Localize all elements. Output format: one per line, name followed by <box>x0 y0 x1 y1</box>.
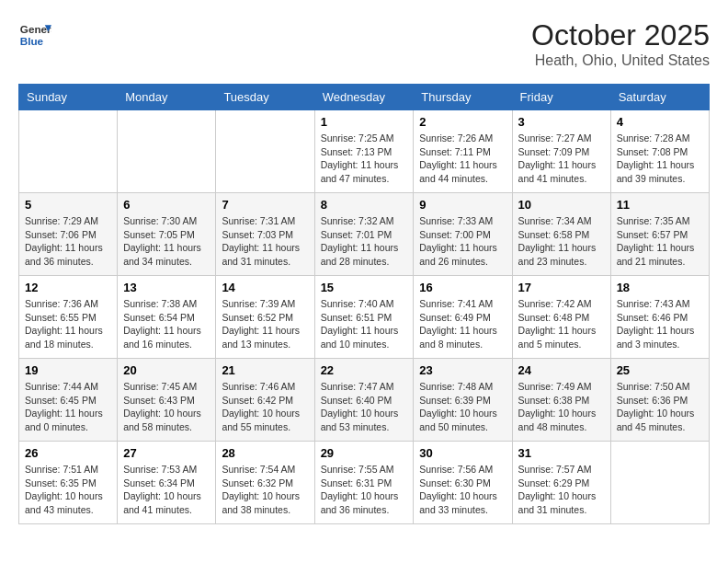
table-row: 17Sunrise: 7:42 AM Sunset: 6:48 PM Dayli… <box>512 276 610 359</box>
day-info: Sunrise: 7:29 AM Sunset: 7:06 PM Dayligh… <box>25 214 111 269</box>
day-info: Sunrise: 7:32 AM Sunset: 7:01 PM Dayligh… <box>321 214 408 269</box>
day-number: 24 <box>518 363 605 377</box>
table-row: 18Sunrise: 7:43 AM Sunset: 6:46 PM Dayli… <box>610 276 709 359</box>
table-row: 20Sunrise: 7:45 AM Sunset: 6:43 PM Dayli… <box>118 359 216 442</box>
day-info: Sunrise: 7:55 AM Sunset: 6:31 PM Dayligh… <box>321 463 408 517</box>
table-row: 4Sunrise: 7:28 AM Sunset: 7:08 PM Daylig… <box>610 110 709 193</box>
calendar-week-row: 12Sunrise: 7:36 AM Sunset: 6:55 PM Dayli… <box>19 276 710 359</box>
day-info: Sunrise: 7:47 AM Sunset: 6:40 PM Dayligh… <box>321 380 408 434</box>
day-number: 8 <box>321 198 408 212</box>
table-row: 2Sunrise: 7:26 AM Sunset: 7:11 PM Daylig… <box>414 110 512 193</box>
table-row <box>610 442 709 524</box>
day-number: 1 <box>321 115 408 129</box>
table-row: 15Sunrise: 7:40 AM Sunset: 6:51 PM Dayli… <box>314 276 414 359</box>
day-number: 4 <box>617 115 703 129</box>
day-number: 31 <box>518 446 605 460</box>
day-number: 18 <box>617 281 703 294</box>
calendar-week-row: 19Sunrise: 7:44 AM Sunset: 6:45 PM Dayli… <box>19 359 710 442</box>
day-info: Sunrise: 7:33 AM Sunset: 7:00 PM Dayligh… <box>419 214 506 269</box>
page-header: General Blue October 2025 Heath, Ohio, U… <box>18 18 710 69</box>
day-number: 25 <box>617 363 703 377</box>
day-info: Sunrise: 7:46 AM Sunset: 6:42 PM Dayligh… <box>222 380 308 434</box>
table-row: 27Sunrise: 7:53 AM Sunset: 6:34 PM Dayli… <box>118 442 216 524</box>
day-number: 26 <box>25 446 111 460</box>
day-number: 15 <box>321 281 408 294</box>
day-info: Sunrise: 7:50 AM Sunset: 6:36 PM Dayligh… <box>617 380 703 434</box>
table-row: 11Sunrise: 7:35 AM Sunset: 6:57 PM Dayli… <box>610 193 709 276</box>
day-info: Sunrise: 7:54 AM Sunset: 6:32 PM Dayligh… <box>222 463 308 517</box>
calendar-week-row: 26Sunrise: 7:51 AM Sunset: 6:35 PM Dayli… <box>19 442 710 524</box>
day-info: Sunrise: 7:44 AM Sunset: 6:45 PM Dayligh… <box>25 380 111 434</box>
day-number: 9 <box>419 198 506 212</box>
table-row <box>216 110 314 193</box>
day-info: Sunrise: 7:28 AM Sunset: 7:08 PM Dayligh… <box>617 132 703 186</box>
day-info: Sunrise: 7:45 AM Sunset: 6:43 PM Dayligh… <box>123 380 210 434</box>
day-info: Sunrise: 7:35 AM Sunset: 6:57 PM Dayligh… <box>617 214 703 269</box>
day-number: 28 <box>222 446 308 460</box>
day-number: 22 <box>321 363 408 377</box>
table-row: 7Sunrise: 7:31 AM Sunset: 7:03 PM Daylig… <box>216 193 314 276</box>
day-info: Sunrise: 7:30 AM Sunset: 7:05 PM Dayligh… <box>123 214 210 269</box>
table-row: 9Sunrise: 7:33 AM Sunset: 7:00 PM Daylig… <box>414 193 512 276</box>
day-info: Sunrise: 7:53 AM Sunset: 6:34 PM Dayligh… <box>123 463 210 517</box>
table-row: 12Sunrise: 7:36 AM Sunset: 6:55 PM Dayli… <box>19 276 118 359</box>
table-row: 5Sunrise: 7:29 AM Sunset: 7:06 PM Daylig… <box>19 193 118 276</box>
day-number: 5 <box>25 198 111 212</box>
day-info: Sunrise: 7:31 AM Sunset: 7:03 PM Dayligh… <box>222 214 308 269</box>
day-number: 20 <box>123 363 210 377</box>
day-number: 29 <box>321 446 408 460</box>
day-info: Sunrise: 7:38 AM Sunset: 6:54 PM Dayligh… <box>123 297 210 351</box>
table-row: 31Sunrise: 7:57 AM Sunset: 6:29 PM Dayli… <box>512 442 610 524</box>
day-info: Sunrise: 7:34 AM Sunset: 6:58 PM Dayligh… <box>518 214 605 269</box>
calendar-week-row: 5Sunrise: 7:29 AM Sunset: 7:06 PM Daylig… <box>19 193 710 276</box>
table-row: 26Sunrise: 7:51 AM Sunset: 6:35 PM Dayli… <box>19 442 118 524</box>
day-number: 17 <box>518 281 605 294</box>
logo-icon: General Blue <box>18 18 51 52</box>
day-number: 12 <box>25 281 111 294</box>
col-wednesday: Wednesday <box>314 85 414 110</box>
day-number: 21 <box>222 363 308 377</box>
table-row: 1Sunrise: 7:25 AM Sunset: 7:13 PM Daylig… <box>314 110 414 193</box>
table-row: 28Sunrise: 7:54 AM Sunset: 6:32 PM Dayli… <box>216 442 314 524</box>
day-info: Sunrise: 7:26 AM Sunset: 7:11 PM Dayligh… <box>419 132 506 186</box>
table-row: 13Sunrise: 7:38 AM Sunset: 6:54 PM Dayli… <box>118 276 216 359</box>
day-info: Sunrise: 7:39 AM Sunset: 6:52 PM Dayligh… <box>222 297 308 351</box>
col-friday: Friday <box>512 85 610 110</box>
table-row: 10Sunrise: 7:34 AM Sunset: 6:58 PM Dayli… <box>512 193 610 276</box>
title-block: October 2025 Heath, Ohio, United States <box>531 18 710 69</box>
day-number: 14 <box>222 281 308 294</box>
day-number: 27 <box>123 446 210 460</box>
table-row: 22Sunrise: 7:47 AM Sunset: 6:40 PM Dayli… <box>314 359 414 442</box>
day-info: Sunrise: 7:48 AM Sunset: 6:39 PM Dayligh… <box>419 380 506 434</box>
day-info: Sunrise: 7:40 AM Sunset: 6:51 PM Dayligh… <box>321 297 408 351</box>
col-sunday: Sunday <box>19 85 118 110</box>
table-row: 19Sunrise: 7:44 AM Sunset: 6:45 PM Dayli… <box>19 359 118 442</box>
location: Heath, Ohio, United States <box>531 52 710 69</box>
day-info: Sunrise: 7:27 AM Sunset: 7:09 PM Dayligh… <box>518 132 605 186</box>
col-monday: Monday <box>118 85 216 110</box>
table-row: 8Sunrise: 7:32 AM Sunset: 7:01 PM Daylig… <box>314 193 414 276</box>
day-info: Sunrise: 7:49 AM Sunset: 6:38 PM Dayligh… <box>518 380 605 434</box>
day-info: Sunrise: 7:36 AM Sunset: 6:55 PM Dayligh… <box>25 297 111 351</box>
month-title: October 2025 <box>531 18 710 52</box>
day-info: Sunrise: 7:56 AM Sunset: 6:30 PM Dayligh… <box>419 463 506 517</box>
day-number: 6 <box>123 198 210 212</box>
day-number: 7 <box>222 198 308 212</box>
svg-text:General: General <box>20 23 51 35</box>
day-number: 30 <box>419 446 506 460</box>
table-row: 24Sunrise: 7:49 AM Sunset: 6:38 PM Dayli… <box>512 359 610 442</box>
day-number: 3 <box>518 115 605 129</box>
calendar-week-row: 1Sunrise: 7:25 AM Sunset: 7:13 PM Daylig… <box>19 110 710 193</box>
table-row: 3Sunrise: 7:27 AM Sunset: 7:09 PM Daylig… <box>512 110 610 193</box>
day-number: 16 <box>419 281 506 294</box>
day-info: Sunrise: 7:42 AM Sunset: 6:48 PM Dayligh… <box>518 297 605 351</box>
table-row <box>118 110 216 193</box>
day-number: 13 <box>123 281 210 294</box>
table-row: 29Sunrise: 7:55 AM Sunset: 6:31 PM Dayli… <box>314 442 414 524</box>
day-info: Sunrise: 7:41 AM Sunset: 6:49 PM Dayligh… <box>419 297 506 351</box>
day-info: Sunrise: 7:57 AM Sunset: 6:29 PM Dayligh… <box>518 463 605 517</box>
table-row: 16Sunrise: 7:41 AM Sunset: 6:49 PM Dayli… <box>414 276 512 359</box>
day-number: 23 <box>419 363 506 377</box>
col-tuesday: Tuesday <box>216 85 314 110</box>
table-row: 23Sunrise: 7:48 AM Sunset: 6:39 PM Dayli… <box>414 359 512 442</box>
